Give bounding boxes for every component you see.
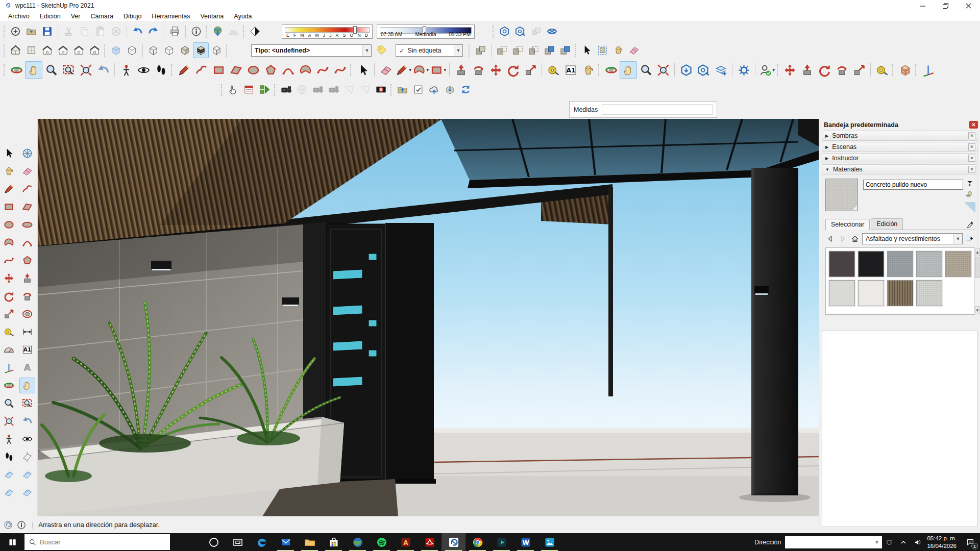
chrome-app-icon[interactable] [465, 533, 489, 551]
view-back-icon[interactable] [87, 42, 103, 58]
video-editor-app-icon[interactable] [489, 533, 513, 551]
menu-edicion[interactable]: Edición [35, 11, 66, 21]
material-swatch-6[interactable] [829, 280, 855, 306]
move-tool-icon[interactable] [1, 270, 17, 286]
back-edges-icon[interactable] [124, 42, 140, 58]
solid-trim-icon[interactable] [542, 42, 557, 58]
eyedropper-icon[interactable] [966, 220, 975, 230]
toolbar-grip[interactable] [469, 44, 470, 57]
layers-share-icon[interactable] [712, 61, 729, 79]
taskbar-search[interactable] [24, 534, 170, 550]
scrollbar-thumb[interactable] [975, 257, 979, 278]
select-tool-icon[interactable] [1, 145, 17, 161]
sketchup-app-icon[interactable] [442, 533, 465, 551]
toolbar-grip[interactable] [575, 44, 576, 57]
account-icon[interactable]: ▾ [758, 61, 775, 79]
warehouse-download-icon[interactable] [677, 61, 695, 79]
taskbar-clock[interactable]: 05:42 p. m. 16/04/2026 [927, 535, 957, 550]
solid-intersect-icon[interactable] [494, 42, 510, 58]
menu-archivo[interactable]: Archivo [3, 11, 35, 21]
move2-icon[interactable] [781, 61, 798, 79]
tray-section-materiales[interactable]: ▼ Materiales ✕ [822, 164, 977, 174]
outer-shell-icon[interactable] [473, 42, 488, 58]
rotate-tool-icon[interactable] [1, 288, 17, 304]
hidden-icons-chevron[interactable] [896, 533, 911, 551]
rotated-rectangle-tool-icon[interactable] [227, 61, 244, 79]
pushpull-tool-icon[interactable] [19, 270, 35, 286]
tab-seleccionar[interactable]: Seleccionar [825, 219, 870, 230]
edit-component-icon[interactable] [595, 42, 610, 58]
orbit-tool2-icon[interactable] [602, 61, 620, 79]
new-document-icon[interactable] [8, 23, 23, 39]
store-app-icon[interactable] [322, 533, 346, 551]
earth-app-icon[interactable] [346, 533, 370, 551]
two-point-arc-icon[interactable] [314, 61, 331, 79]
axes-tool-icon[interactable] [919, 61, 937, 79]
toolbar-grip[interactable] [4, 26, 5, 38]
material-preview[interactable] [825, 179, 858, 211]
rotate2-icon[interactable] [816, 61, 833, 79]
toolbar-grip[interactable] [350, 64, 352, 76]
start-button[interactable] [0, 533, 24, 551]
move-tool-icon[interactable] [487, 61, 504, 79]
polygon-tool-icon[interactable] [19, 253, 35, 268]
zoom-window-tool-icon[interactable] [60, 61, 77, 79]
followme-tool-icon[interactable] [19, 288, 35, 304]
print-icon[interactable] [167, 23, 183, 39]
line-dropdown-icon[interactable]: ▾ [395, 61, 412, 79]
get-models-icon[interactable] [497, 23, 512, 39]
toolbar-grip[interactable] [243, 26, 244, 38]
section-fill-icon[interactable] [19, 467, 35, 483]
scroll-up-icon[interactable]: ▲ [975, 248, 980, 256]
details-arrow-icon[interactable] [965, 234, 975, 244]
speaker-icon[interactable] [911, 533, 925, 551]
toolbar-grip[interactable] [274, 84, 276, 96]
position-camera-icon[interactable] [117, 61, 135, 79]
look-around-icon[interactable] [135, 61, 152, 79]
tape-measure2-icon[interactable] [873, 61, 891, 79]
menu-ver[interactable]: Ver [66, 11, 86, 21]
axes-tool-icon[interactable] [1, 360, 17, 375]
pan-tool2-icon[interactable] [620, 61, 637, 79]
secondary-pane-icon[interactable] [965, 179, 974, 188]
freehand-tool-icon[interactable] [192, 61, 210, 79]
arc-tool-icon[interactable] [19, 235, 35, 251]
material-sample-icon[interactable] [896, 61, 914, 79]
section-close-icon[interactable]: ✕ [968, 132, 975, 139]
undo-icon[interactable] [130, 23, 145, 39]
scale-tool-icon[interactable] [1, 306, 17, 322]
collection-combo[interactable]: Asfaltado y revestimientos ▼ [862, 233, 963, 244]
toolbar-grip[interactable] [493, 26, 494, 38]
add-location-icon[interactable] [210, 23, 226, 39]
paint-tool-icon[interactable] [579, 61, 597, 79]
menu-ventana[interactable]: Ventana [195, 11, 229, 21]
view-left-icon[interactable] [71, 42, 87, 58]
refresh-icon[interactable] [882, 533, 896, 551]
view-front-icon[interactable] [39, 42, 55, 58]
toolbar-grip[interactable] [598, 64, 600, 76]
toolbar-grip[interactable] [390, 84, 392, 96]
rectangle-tool-icon[interactable] [210, 61, 227, 79]
taskview-app-icon[interactable] [226, 533, 250, 551]
zoom-tool2-icon[interactable] [637, 61, 654, 79]
explorer-app-icon[interactable] [298, 533, 322, 551]
shadows-toggle-icon[interactable] [247, 23, 263, 39]
walk-tool-icon[interactable] [152, 61, 169, 79]
notifications-icon[interactable]: 1 [961, 533, 980, 551]
solid-union-icon[interactable] [510, 42, 526, 58]
pan-tool-icon[interactable] [19, 378, 35, 393]
material-swatch-3[interactable] [887, 251, 913, 277]
make-component-icon[interactable] [19, 145, 35, 161]
open-folder-up-icon[interactable] [395, 82, 410, 97]
section-plane-icon[interactable] [19, 449, 35, 465]
line-tool-icon[interactable] [175, 61, 192, 79]
classification-type-combo[interactable]: Tipo: <undefined> ▼ [251, 44, 372, 57]
view-right-icon[interactable] [55, 42, 71, 58]
home-icon[interactable] [850, 234, 860, 244]
select-tool-icon[interactable] [579, 42, 595, 58]
material-swatch-1[interactable] [829, 251, 855, 277]
zoom-extents-icon[interactable] [1, 413, 17, 429]
rectangle-dropdown-icon[interactable]: ▾ [429, 61, 447, 79]
material-swatch-4[interactable] [916, 251, 942, 277]
look-around-icon[interactable] [19, 431, 35, 447]
